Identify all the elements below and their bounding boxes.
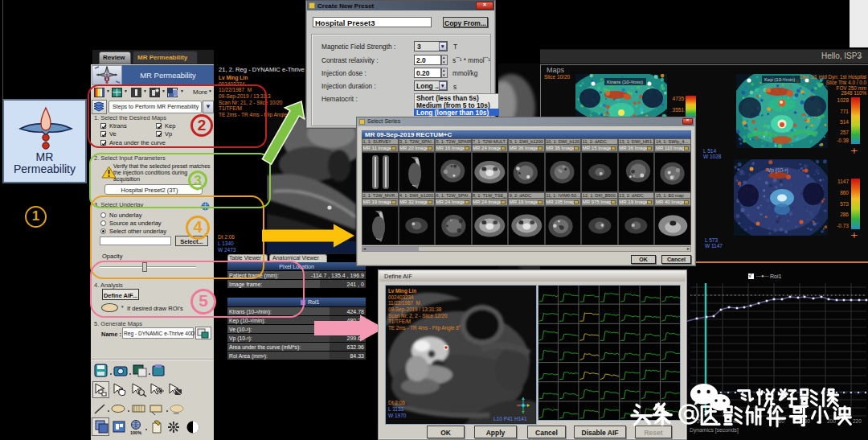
- svg-text:Vp (10-³): Vp (10-³): [768, 167, 788, 174]
- svg-text:mm: mm: [174, 411, 179, 415]
- svg-text:100%: 100%: [130, 430, 141, 435]
- svg-text:Ktrans (10-³/min): Ktrans (10-³/min): [607, 80, 643, 84]
